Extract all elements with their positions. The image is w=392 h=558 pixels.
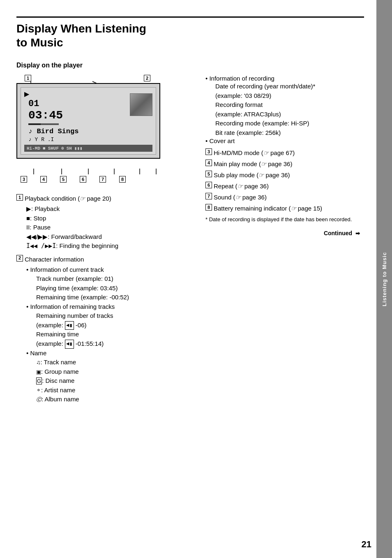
item5-row: 5 Sub play mode (☞ page 36)	[205, 171, 364, 179]
item5-text: Sub play mode (☞ page 36)	[214, 171, 290, 179]
rec-format-example: (example: ATRAC3plus)	[215, 110, 364, 119]
label-4: 4	[40, 176, 47, 183]
info-recording-header: • Information of recording	[205, 75, 364, 82]
right-recording-section: • Information of recording Date of recor…	[205, 75, 364, 144]
item1-numbox: 1	[16, 194, 23, 201]
item1-sub3: II: Pause	[26, 223, 193, 232]
item2-row: 2 Character information	[16, 255, 193, 264]
bit-rate-label: Bit rate (example: 256k)	[215, 128, 364, 138]
item6-text: Repeat (☞ page 36)	[214, 182, 269, 190]
current-track-details: Track number (example: 01) Playing time …	[36, 274, 193, 302]
shuf-text: SHUF	[48, 146, 59, 151]
track-num-ex: Track number (example: 01)	[36, 274, 193, 284]
item2-section: 2 Character information • Information of…	[16, 255, 193, 404]
item1-row: 1 Playback condition (☞ page 20)	[16, 194, 193, 203]
item3-numbox: 3	[205, 148, 212, 155]
sidebar-text: Listening to Music	[381, 252, 387, 306]
item8-row: 8 Battery remaining indicator (☞ page 15…	[205, 204, 364, 213]
item1-section: 1 Playback condition (☞ page 20) ▶: Play…	[16, 194, 193, 251]
label-6: 6	[80, 176, 86, 183]
item4-row: 4 Main play mode (☞ page 36)	[205, 160, 364, 168]
item4-numbox: 4	[205, 160, 212, 166]
title-line1: Display When Listening	[16, 22, 146, 35]
item1-sub1: ▶: Playback	[26, 204, 193, 214]
right-column: • Information of recording Date of recor…	[205, 75, 364, 408]
song-name: ♪ Bird Sings	[24, 127, 152, 136]
rec-mode-label: Recording mode (example: Hi-SP)	[215, 119, 364, 128]
left-column: 1 2	[16, 75, 193, 408]
remaining-icon2: ◄▮	[65, 340, 74, 349]
progress-bar	[28, 123, 59, 125]
himd-text: Hi-MD	[27, 146, 40, 151]
item1-sub4: ◀◀/▶▶: Forward/backward	[26, 232, 193, 242]
cover-art: • Cover art	[205, 137, 364, 144]
remaining-icon1: ◄▮	[65, 321, 74, 330]
item1-subitems: ▶: Playback ■: Stop II: Pause ◀◀/▶▶: For…	[26, 204, 193, 251]
recording-details: Date of recording (year month/date)* (ex…	[215, 82, 364, 137]
right-sidebar: Listening to Music	[376, 0, 392, 558]
thumbnail	[130, 93, 152, 116]
date-label: Date of recording (year month/date)*	[215, 82, 364, 91]
continued-line: Continued ➡	[205, 230, 364, 236]
page-title: Display When Listening to Music	[16, 16, 364, 49]
item8-numbox: 8	[205, 204, 212, 211]
label-3: 3	[21, 176, 27, 183]
continued-arrow: ➡	[355, 230, 360, 236]
item7-text: Sound (☞ page 36)	[214, 193, 267, 201]
main-content: Display When Listening to Music Display …	[0, 0, 376, 558]
current-track-header: • Information of current track	[26, 265, 193, 275]
name-artist: ⚬: Artist name	[36, 386, 193, 395]
remaining-num-ex: (example: ◄▮ -06)	[36, 321, 193, 330]
date-example: (example: '03 08/29)	[215, 91, 364, 101]
item3-text: Hi-MD/MD mode (☞ page 67)	[214, 148, 295, 157]
two-col-layout: 1 2	[16, 75, 364, 408]
playing-time-ex: Playing time (example: 03:45)	[36, 284, 193, 293]
remaining-tracks-header: • Information of remaining tracks	[26, 302, 193, 312]
page-number: 21	[362, 539, 371, 550]
plus-icon: ⊕	[61, 146, 64, 151]
name-disc: G: Disc name	[36, 376, 193, 386]
label-2-above: 2	[144, 75, 150, 81]
name-track: ♫: Track name	[36, 358, 193, 367]
page-container: Display When Listening to Music Display …	[0, 0, 392, 558]
rec-format-label: Recording format	[215, 100, 364, 110]
sh-text: SH	[67, 146, 72, 151]
label-5: 5	[60, 176, 67, 183]
item1-sub5: I◀◀ /▶▶I: Finding the beginning	[26, 241, 193, 251]
remaining-tracks-details: Remaining number of tracks (example: ◄▮ …	[36, 311, 193, 349]
title-line2: to Music	[16, 36, 63, 49]
item5-numbox: 5	[205, 171, 212, 177]
artist-row: ♪ Y R .I	[24, 136, 152, 143]
track-number: 01	[24, 99, 63, 109]
item8-text: Battery remaining indicator (☞ page 15)	[214, 204, 322, 213]
item6-numbox: 6	[205, 182, 212, 188]
label-8: 8	[119, 176, 126, 183]
continued-text: Continued	[324, 230, 352, 236]
section-heading: Display on the player	[16, 62, 364, 69]
remaining-num: Remaining number of tracks	[36, 311, 193, 321]
item1-sub2: ■: Stop	[26, 214, 193, 223]
label-1-above: 1	[25, 75, 31, 81]
remaining-time-ex: Remaining time (example: -00:52)	[36, 293, 193, 302]
item1-text: Playback condition (☞ page 20)	[25, 194, 111, 203]
label-7: 7	[99, 176, 106, 183]
item2-text: Character information	[25, 255, 84, 264]
section-heading-text: Display on the player	[16, 62, 83, 69]
play-indicator: ▶	[24, 90, 63, 98]
name-header: • Name	[26, 349, 193, 358]
remaining-time2: Remaining time	[36, 330, 193, 339]
item7-row: 7 Sound (☞ page 36)	[205, 193, 364, 201]
play-time: 03:45	[24, 109, 63, 122]
status-bar: Hi-MD ■ SHUF ⊕ SH ▮▮▮	[24, 145, 152, 152]
item4-text: Main play mode (☞ page 36)	[214, 160, 292, 168]
player-display: ▶ 01 03:45 ♪ Bird Sings ♪ Y	[16, 83, 160, 159]
item2-details: • Information of current track Track num…	[26, 265, 193, 404]
name-group: ▣: Group name	[36, 367, 193, 377]
item3-row: 3 Hi-MD/MD mode (☞ page 67)	[205, 148, 364, 157]
battery-bars: ▮▮▮	[74, 146, 83, 151]
name-list: ♫: Track name ▣: Group name G: Disc name…	[36, 358, 193, 404]
remaining-time2-ex: (example: ◄▮ -01:55:14)	[36, 339, 193, 349]
player-inner: ▶ 01 03:45 ♪ Bird Sings ♪ Y	[21, 87, 156, 155]
item2-numbox: 2	[16, 255, 23, 262]
stop-icon: ■	[43, 146, 46, 151]
